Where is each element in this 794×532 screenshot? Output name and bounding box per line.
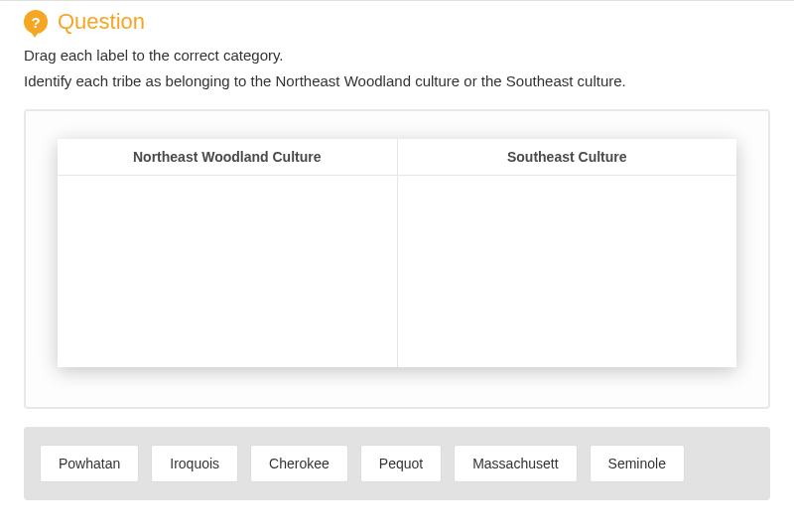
- column-northeast: Northeast Woodland Culture: [58, 139, 398, 367]
- question-mark-icon: ?: [24, 10, 48, 34]
- instruction-line-1: Drag each label to the correct category.: [24, 43, 770, 68]
- label-cherokee[interactable]: Cherokee: [250, 445, 348, 482]
- culture-table: Northeast Woodland Culture Southeast Cul…: [58, 139, 736, 367]
- instruction-line-2: Identify each tribe as belonging to the …: [24, 68, 770, 94]
- label-massachusett[interactable]: Massachusett: [454, 445, 577, 482]
- dropzone-northeast[interactable]: [58, 176, 397, 367]
- question-title: Question: [58, 9, 145, 35]
- labels-tray: Powhatan Iroquois Cherokee Pequot Massac…: [24, 427, 770, 500]
- question-container: ? Question Drag each label to the correc…: [0, 1, 794, 500]
- column-header-northeast: Northeast Woodland Culture: [58, 139, 397, 176]
- column-southeast: Southeast Culture: [398, 139, 737, 367]
- label-powhatan[interactable]: Powhatan: [40, 445, 139, 482]
- question-icon-glyph: ?: [31, 14, 40, 31]
- dropzone-southeast[interactable]: [398, 176, 737, 367]
- instruction-text: Drag each label to the correct category.…: [24, 43, 770, 93]
- label-seminole[interactable]: Seminole: [590, 445, 685, 482]
- label-pequot[interactable]: Pequot: [360, 445, 442, 482]
- label-iroquois[interactable]: Iroquois: [151, 445, 238, 482]
- column-header-southeast: Southeast Culture: [398, 139, 737, 176]
- question-header: ? Question: [24, 9, 770, 35]
- drop-area-panel: Northeast Woodland Culture Southeast Cul…: [24, 109, 770, 409]
